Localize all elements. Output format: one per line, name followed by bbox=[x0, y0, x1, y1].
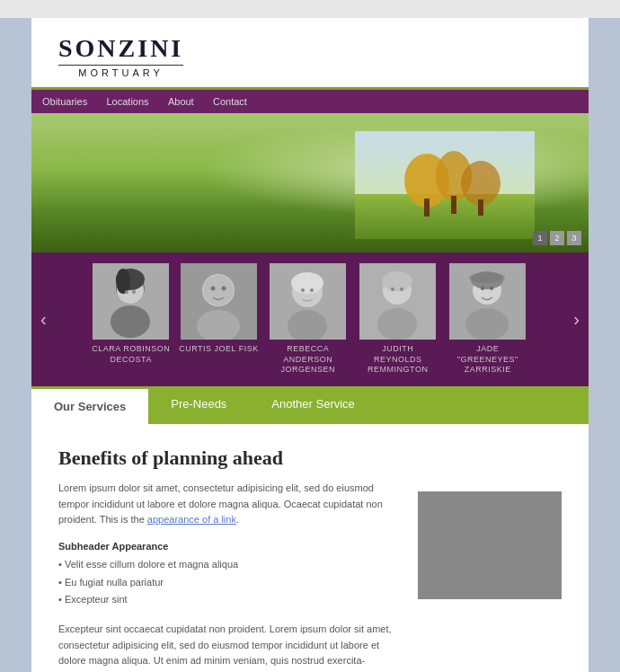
obituary-item[interactable]: CLARA ROBINSONDECOSTA bbox=[92, 263, 170, 376]
content-body2: Excepteur sint occaecat cupidatat non pr… bbox=[58, 622, 400, 669]
svg-point-15 bbox=[132, 290, 136, 294]
content-list: Velit esse cillum dolore et magna aliqua… bbox=[58, 556, 400, 609]
svg-point-32 bbox=[391, 287, 394, 291]
person1-svg bbox=[93, 263, 169, 340]
svg-point-18 bbox=[203, 275, 234, 305]
slide-dot-1[interactable]: 1 bbox=[533, 231, 547, 245]
nav-locations[interactable]: Locations bbox=[106, 96, 148, 107]
svg-rect-7 bbox=[478, 199, 483, 216]
tab-pre-needs[interactable]: Pre-Needs bbox=[148, 386, 249, 424]
nav-about[interactable]: About bbox=[168, 96, 194, 107]
logo-title: SONZINI bbox=[58, 34, 183, 63]
svg-point-20 bbox=[211, 287, 216, 291]
obituary-list: CLARA ROBINSONDECOSTA bbox=[56, 263, 565, 376]
header: SONZINI MORTUARY bbox=[31, 18, 589, 90]
browser-bar bbox=[0, 0, 620, 18]
hero-image: 1 2 3 bbox=[31, 113, 589, 252]
svg-point-10 bbox=[111, 305, 150, 338]
content-area: Benefits of planning ahead Lorem ipsum d… bbox=[31, 424, 589, 672]
obituary-item[interactable]: JUDITH REYNOLDSREMMINGTON bbox=[358, 263, 438, 376]
main-content: SONZINI MORTUARY Obituaries Locations Ab… bbox=[31, 18, 589, 672]
list-item: Velit esse cillum dolore et magna aliqua bbox=[58, 556, 400, 574]
services-tabs: Our Services Pre-Needs Another Service bbox=[31, 386, 589, 424]
obituary-item[interactable]: JADE "GREENEYES"ZARRISKIE bbox=[447, 263, 528, 376]
nav-contact[interactable]: Contact bbox=[213, 96, 247, 107]
svg-point-33 bbox=[400, 287, 403, 291]
list-item: Eu fugiat nulla pariatur bbox=[58, 574, 400, 592]
list-item: Excepteur sint bbox=[58, 591, 400, 609]
svg-point-27 bbox=[310, 288, 314, 292]
svg-point-37 bbox=[465, 308, 509, 340]
svg-point-31 bbox=[377, 308, 417, 340]
svg-point-24 bbox=[291, 272, 323, 294]
obituary-item[interactable]: CURTIS JOEL FISK bbox=[179, 263, 259, 376]
hero-trees-svg bbox=[355, 131, 535, 239]
person2-svg bbox=[181, 263, 257, 340]
content-heading: Benefits of planning ahead bbox=[58, 447, 400, 470]
svg-point-21 bbox=[222, 287, 226, 291]
obit-name-4: JUDITH REYNOLDSREMMINGTON bbox=[358, 344, 438, 376]
slide-indicator: 1 2 3 bbox=[533, 231, 581, 245]
person3-svg bbox=[270, 263, 346, 340]
svg-point-26 bbox=[301, 288, 305, 292]
svg-rect-1 bbox=[355, 194, 535, 239]
content-image-placeholder bbox=[418, 491, 562, 599]
prev-arrow[interactable]: ‹ bbox=[31, 309, 56, 330]
svg-point-30 bbox=[382, 271, 412, 291]
obituary-item[interactable]: REBECCA ANDERSONJORGENSEN bbox=[268, 263, 349, 376]
obit-photo-3 bbox=[270, 263, 346, 340]
obituary-section: ‹ bbox=[31, 252, 589, 386]
content-link[interactable]: appearance of a link bbox=[147, 514, 236, 525]
obit-name-2: CURTIS JOEL FISK bbox=[179, 344, 259, 355]
svg-point-4 bbox=[461, 161, 500, 206]
obit-name-5: JADE "GREENEYES"ZARRISKIE bbox=[447, 344, 528, 376]
obit-photo-5 bbox=[449, 263, 526, 340]
logo-area: SONZINI MORTUARY bbox=[31, 18, 210, 87]
svg-rect-6 bbox=[451, 196, 456, 214]
content-intro: Lorem ipsum dolor sit amet, consectetur … bbox=[58, 481, 400, 528]
svg-point-39 bbox=[490, 287, 493, 290]
tab-our-services[interactable]: Our Services bbox=[31, 386, 148, 424]
svg-point-40 bbox=[469, 272, 505, 283]
person5-svg bbox=[449, 263, 526, 340]
content-text: Benefits of planning ahead Lorem ipsum d… bbox=[58, 447, 400, 672]
slide-dot-2[interactable]: 2 bbox=[550, 231, 564, 245]
logo-subtitle: MORTUARY bbox=[58, 65, 183, 78]
svg-rect-5 bbox=[424, 199, 430, 217]
page-wrapper: SONZINI MORTUARY Obituaries Locations Ab… bbox=[0, 0, 620, 672]
hero-landscape bbox=[31, 113, 589, 252]
obit-name-1: CLARA ROBINSONDECOSTA bbox=[92, 344, 170, 365]
svg-point-38 bbox=[481, 287, 484, 290]
content-intro-end: . bbox=[236, 514, 239, 525]
nav-bar: Obituaries Locations About Contact bbox=[31, 90, 589, 113]
obit-name-3: REBECCA ANDERSONJORGENSEN bbox=[268, 344, 349, 376]
slide-dot-3[interactable]: 3 bbox=[567, 231, 581, 245]
svg-point-13 bbox=[116, 269, 130, 294]
obit-photo-4 bbox=[359, 263, 436, 340]
obit-photo-2 bbox=[181, 263, 257, 340]
tab-another-service[interactable]: Another Service bbox=[249, 386, 377, 424]
svg-point-14 bbox=[125, 290, 128, 294]
content-subheader: Subheader Appearance bbox=[58, 541, 400, 552]
person4-svg bbox=[359, 263, 436, 340]
nav-obituaries[interactable]: Obituaries bbox=[42, 96, 87, 107]
next-arrow[interactable]: › bbox=[564, 309, 589, 330]
obit-photo-1 bbox=[93, 263, 169, 340]
